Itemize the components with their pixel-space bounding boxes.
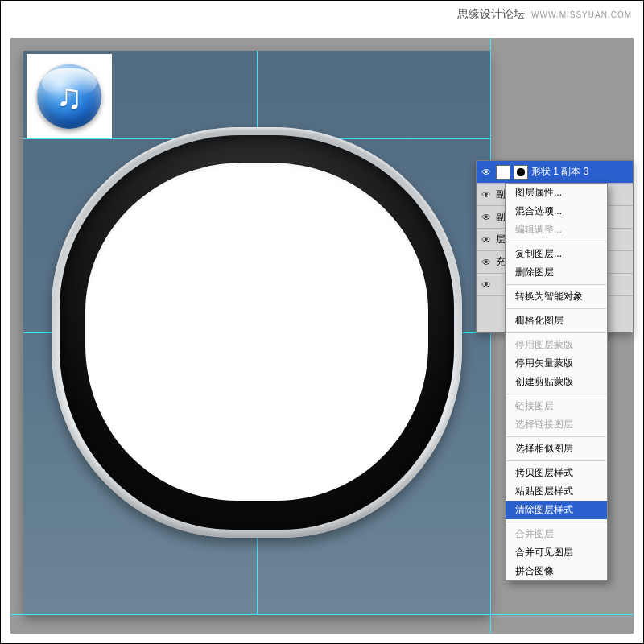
context-menu-item[interactable]: 复制图层... — [506, 245, 607, 263]
shape-dark-ring — [60, 135, 454, 530]
context-menu-item: 合并图层 — [506, 525, 607, 543]
visibility-eye-icon[interactable]: 👁 — [480, 279, 493, 291]
watermark-text: 思缘设计论坛 — [457, 7, 525, 22]
guide-horizontal-bottom[interactable] — [10, 614, 634, 615]
menu-separator — [506, 284, 606, 285]
layer-name-label[interactable]: 形状 1 副本 3 — [531, 165, 630, 179]
context-menu-item: 编辑调整... — [506, 221, 607, 239]
layer-thumb — [496, 165, 510, 180]
guide-vertical-right[interactable] — [490, 38, 491, 634]
menu-separator — [506, 308, 606, 309]
context-menu-item: 停用图层蒙版 — [506, 336, 607, 354]
menu-separator — [506, 394, 606, 394]
context-menu-item[interactable]: 混合选项... — [506, 202, 607, 221]
context-menu-item: 选择链接图层 — [506, 415, 607, 434]
menu-separator — [506, 460, 606, 461]
document-canvas[interactable]: ♫ — [23, 51, 490, 614]
context-menu-item[interactable]: 停用矢量蒙版 — [506, 354, 607, 373]
context-menu-item[interactable]: 拼合图像 — [506, 562, 607, 580]
reference-thumbnail: ♫ — [27, 54, 112, 139]
layer-context-menu[interactable]: 图层属性...混合选项...编辑调整...复制图层...删除图层转换为智能对象栅… — [505, 183, 608, 581]
shape-white-fill — [85, 163, 428, 501]
context-menu-item: 链接图层 — [506, 397, 607, 415]
watermark: 思缘设计论坛 WWW.MISSYUAN.COM — [457, 7, 632, 22]
context-menu-item[interactable]: 合并可见图层 — [506, 543, 607, 562]
layer-row[interactable]: 👁形状 1 副本 3 — [477, 161, 633, 184]
context-menu-item[interactable]: 清除图层样式 — [506, 501, 607, 519]
itunes-icon: ♫ — [37, 64, 101, 129]
menu-separator — [506, 332, 606, 333]
context-menu-item[interactable]: 删除图层 — [506, 263, 607, 282]
visibility-eye-icon[interactable]: 👁 — [480, 167, 493, 178]
context-menu-item[interactable]: 栅格化图层 — [506, 312, 607, 330]
menu-separator — [506, 242, 606, 242]
context-menu-item[interactable]: 粘贴图层样式 — [506, 482, 607, 501]
layer-mask-thumb — [514, 165, 528, 180]
music-note-icon: ♫ — [37, 64, 101, 129]
visibility-eye-icon[interactable]: 👁 — [480, 257, 493, 268]
workspace: ♫ 👁形状 1 副本 3👁副本 2👁副本👁层👁充 1👁 图层属性...混合选项.… — [10, 38, 634, 634]
watermark-url: WWW.MISSYUAN.COM — [531, 10, 632, 19]
context-menu-item[interactable]: 选择相似图层 — [506, 440, 607, 458]
shape-outer-bevel[interactable] — [52, 127, 462, 538]
menu-separator — [506, 436, 606, 437]
visibility-eye-icon[interactable]: 👁 — [480, 212, 493, 223]
context-menu-item[interactable]: 转换为智能对象 — [506, 287, 607, 306]
visibility-eye-icon[interactable]: 👁 — [480, 189, 493, 200]
screenshot-frame: 思缘设计论坛 WWW.MISSYUAN.COM ♫ — [0, 0, 644, 644]
context-menu-item[interactable]: 图层属性... — [506, 184, 607, 202]
context-menu-item[interactable]: 创建剪贴蒙版 — [506, 373, 607, 391]
context-menu-item[interactable]: 拷贝图层样式 — [506, 464, 607, 482]
menu-separator — [506, 522, 606, 522]
visibility-eye-icon[interactable]: 👁 — [480, 234, 493, 246]
